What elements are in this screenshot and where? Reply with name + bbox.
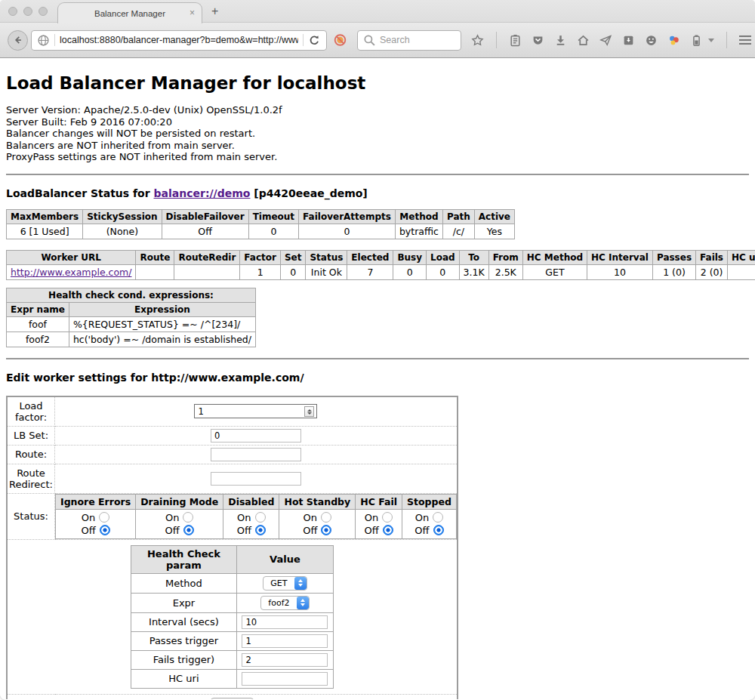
submit-button[interactable]: Submit [211,698,253,700]
menu-icon[interactable] [739,35,751,45]
status-hc-fail-on-radio[interactable] [382,512,393,523]
cell: 0 [427,264,460,279]
hc-method-select[interactable]: GET [263,576,307,591]
url-text[interactable]: localhost:8880/balancer-manager?b=demo&w… [60,35,298,45]
cell [728,264,755,279]
status-draining-mode-off-radio[interactable] [183,525,194,535]
status-stopped-off-radio[interactable] [433,525,444,535]
col-header: Hot Standby [279,494,356,509]
balancer-link[interactable]: balancer://demo [154,187,251,199]
hc-expr-select[interactable]: foof2 [260,596,309,610]
worker-row: http://www.example.com/ 1 0 Init Ok 7 0 … [7,264,755,279]
cell: %{REQUEST_STATUS} =~ /^[234]/ [69,316,255,331]
bookmark-star-icon[interactable] [471,34,484,47]
status-ignore-errors-off-radio[interactable] [100,525,110,535]
server-version-line: Server Version: Apache/2.5.0-dev (Unix) … [6,104,749,116]
radio-label: Off [414,524,429,537]
load-factor-input[interactable] [194,404,317,418]
selected-value: GET [263,577,294,590]
panel-download-icon[interactable] [622,34,635,47]
zoom-window-button[interactable] [39,7,48,16]
col-header: HC Method [522,250,587,264]
dropdown-caret-icon[interactable] [708,39,714,42]
cell: Off [162,224,248,239]
tab-balancer-manager[interactable]: Balancer Manager × [57,2,202,23]
notice-line: ProxyPass settings are NOT inherited fro… [6,151,749,163]
table-header-row: MaxMembers StickySession DisableFailover… [7,209,515,224]
status-hot-standby-off-radio[interactable] [321,525,331,535]
route-redirect-input[interactable] [211,472,301,486]
table-row: Expr foof2 [131,593,333,612]
tab-title: Balancer Manager [94,9,165,18]
home-icon[interactable] [577,34,590,47]
hc-fails-input[interactable] [242,653,328,667]
table-header-row: Worker URL Route RouteRedir Factor Set S… [7,250,755,264]
hc-uri-input[interactable] [242,672,328,686]
status-ignore-errors-on-radio[interactable] [99,512,109,523]
blocked-content-icon[interactable] [334,34,347,47]
tab-bar: Balancer Manager × + [0,0,755,23]
route-input[interactable] [211,448,301,461]
radio-label: Off [303,524,317,537]
col-header: StickySession [83,209,162,224]
table-title-row: Health check cond. expressions: [7,288,256,302]
edit-worker-heading: Edit worker settings for http://www.exam… [6,372,749,384]
col-header: Worker URL [7,250,136,264]
table-row: Passes trigger [131,631,333,650]
col-header: Expression [69,302,255,316]
col-header: To [459,250,488,264]
status-disabled-off-radio[interactable] [255,525,266,535]
status-hc-fail-off-radio[interactable] [383,525,393,535]
minimize-window-button[interactable] [23,7,32,16]
forum-smiley-icon[interactable] [645,34,658,47]
radio-label: On [365,511,378,524]
table-row: HC uri [131,669,333,688]
cell: (None) [83,224,162,239]
colors-extension-icon[interactable] [667,34,680,47]
cell: Init Ok [306,264,347,279]
col-header: Ignore Errors [56,494,136,509]
col-header: Set [280,250,306,264]
col-header: Busy [393,250,427,264]
cell: /c/ [442,224,474,239]
status-hot-standby-on-radio[interactable] [321,512,331,523]
new-tab-button[interactable]: + [211,5,218,17]
radio-label: On [165,511,179,524]
divider [6,358,749,359]
hc-interval-input[interactable] [242,615,328,629]
radio-label: On [82,511,95,524]
battery-extension-icon[interactable] [690,34,703,47]
server-built-line: Server Built: Feb 9 2016 07:00:20 [6,116,749,128]
search-input[interactable]: Search [357,30,461,51]
cell: 6 [1 Used] [7,224,83,239]
health-check-param-table: Health Check param Value Method GET [131,545,334,689]
table-header-row: Expr name Expression [7,302,256,316]
worker-table: Worker URL Route RouteRedir Factor Set S… [6,250,755,280]
lb-set-input[interactable] [211,429,301,443]
cell: foof [7,316,69,331]
worker-url-link[interactable]: http://www.example.com/ [11,267,131,278]
download-icon[interactable] [554,34,567,47]
close-window-button[interactable] [8,7,17,16]
status-stopped-on-radio[interactable] [433,512,443,523]
tab-close-icon[interactable]: × [190,8,195,18]
status-draining-mode-on-radio[interactable] [183,512,193,523]
pocket-icon[interactable] [532,34,544,47]
number-stepper[interactable] [304,406,314,417]
send-tab-icon[interactable] [599,34,612,47]
col-header: HC Fail [356,494,402,509]
back-button[interactable] [8,30,28,51]
reload-icon[interactable] [308,34,321,47]
param-label: HC uri [131,669,236,688]
col-header: DisableFailover [162,209,248,224]
hc-passes-input[interactable] [242,634,328,648]
status-disabled-on-radio[interactable] [255,512,266,523]
page-title: Load Balancer Manager for localhost [6,73,749,93]
col-header: Route [136,250,174,264]
radio-label: Off [165,524,180,537]
reading-list-icon[interactable] [509,34,522,47]
cell: http://www.example.com/ [7,264,136,279]
search-placeholder: Search [380,35,410,45]
cell: 2.5K [488,264,522,279]
url-bar[interactable]: localhost:8880/balancer-manager?b=demo&w… [31,30,327,51]
